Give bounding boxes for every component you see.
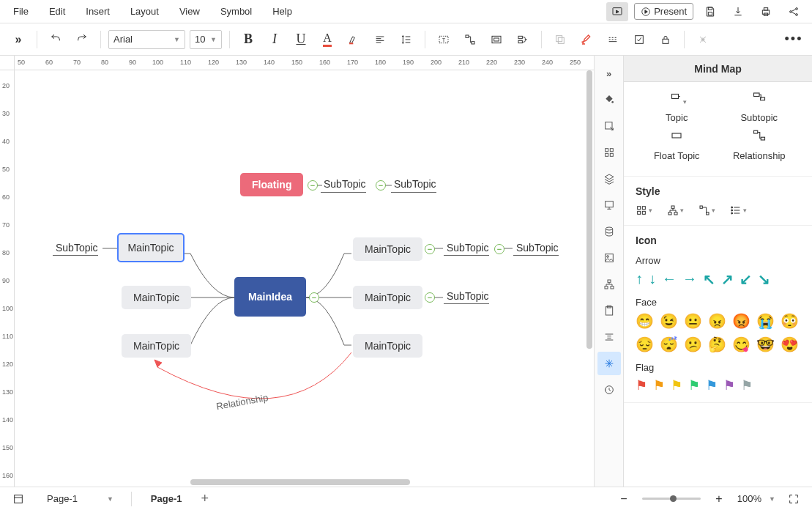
right-mid-subtopic[interactable]: SubTopic: [447, 290, 489, 302]
zoom-in-button[interactable]: +: [708, 488, 730, 510]
flag-blue-icon[interactable]: ⚑: [706, 377, 718, 393]
face-icon-0[interactable]: 😁: [636, 312, 654, 330]
flag-orange-icon[interactable]: ⚑: [653, 377, 665, 393]
lock-button[interactable]: [655, 29, 677, 51]
download-icon[interactable]: [727, 2, 749, 21]
flag-purple-icon[interactable]: ⚑: [723, 377, 735, 393]
face-icon-11[interactable]: 😋: [732, 336, 750, 353]
arrow-downright-icon[interactable]: ↘: [758, 270, 770, 288]
boundary-button[interactable]: [485, 29, 507, 51]
floating-node[interactable]: Floating: [240, 173, 303, 196]
page-tab[interactable]: Page-1: [144, 490, 190, 507]
main-idea-node[interactable]: MainIdea: [234, 277, 306, 317]
menu-help[interactable]: Help: [272, 6, 292, 17]
expand-floating[interactable]: −: [308, 180, 318, 191]
menu-edit[interactable]: Edit: [49, 6, 65, 17]
add-subtopic-button[interactable]: Subtopic: [723, 91, 796, 123]
main-topic-left-mid[interactable]: MainTopic: [122, 286, 191, 309]
face-icon-4[interactable]: 😡: [732, 312, 750, 330]
face-icon-12[interactable]: 🤓: [756, 336, 775, 353]
face-icon-1[interactable]: 😉: [660, 312, 678, 330]
line-spacing-button[interactable]: [395, 29, 417, 51]
face-icon-3[interactable]: 😠: [708, 312, 726, 330]
mindmap-tool-icon[interactable]: [597, 352, 621, 375]
face-icon-8[interactable]: 😴: [660, 336, 678, 353]
float-subtopic-2[interactable]: SubTopic: [394, 178, 436, 190]
face-icon-5[interactable]: 😭: [756, 312, 775, 330]
expand-toolbar-icon[interactable]: »: [7, 29, 29, 51]
flag-yellow-icon[interactable]: ⚑: [671, 377, 682, 393]
main-topic-right-bot[interactable]: MainTopic: [353, 334, 422, 358]
org-tool-icon[interactable]: [597, 273, 621, 296]
arrow-upleft-icon[interactable]: ↖: [703, 270, 715, 288]
style-tree-button[interactable]: ▾: [667, 204, 684, 216]
face-icon-13[interactable]: 😍: [781, 336, 799, 353]
bold-button[interactable]: B: [237, 29, 259, 51]
save-icon[interactable]: [699, 2, 721, 21]
main-topic-left-top[interactable]: MainTopic: [117, 233, 185, 262]
right-top-subtopic-1[interactable]: SubTopic: [447, 242, 489, 254]
relationship-button[interactable]: [459, 29, 481, 51]
undo-icon[interactable]: [45, 29, 67, 51]
presentation-tool-icon[interactable]: [597, 193, 621, 217]
canvas[interactable]: Relationship MainIdea − Floating − SubTo…: [15, 70, 594, 487]
grid-tool-icon[interactable]: [597, 141, 621, 164]
page-selector[interactable]: Page-1▼: [41, 492, 119, 506]
fullscreen-button[interactable]: [783, 488, 805, 510]
arrow-downleft-icon[interactable]: ↙: [740, 270, 752, 288]
vertical-scrollbar-track[interactable]: [585, 70, 594, 487]
expand-right-top[interactable]: −: [425, 244, 435, 254]
align-tool-icon[interactable]: [597, 325, 621, 349]
style-grid-button[interactable]: ▾: [636, 204, 652, 216]
collapse-panel-icon[interactable]: »: [597, 62, 621, 85]
font-family-select[interactable]: Arial▼: [108, 30, 185, 49]
slideshow-icon[interactable]: [606, 2, 628, 21]
zoom-slider[interactable]: [642, 498, 701, 500]
share-icon[interactable]: [783, 2, 805, 21]
fill-color-button[interactable]: [549, 29, 571, 51]
layers-tool-icon[interactable]: [597, 167, 621, 191]
expand-right-top-sub[interactable]: −: [494, 244, 504, 254]
add-topic-button[interactable]: ▾ Topic: [640, 91, 713, 123]
face-icon-6[interactable]: 😳: [781, 312, 799, 330]
arrow-down-icon[interactable]: ↓: [649, 270, 656, 288]
add-relationship-button[interactable]: Relationship: [723, 129, 796, 161]
shape-tool-icon[interactable]: [597, 114, 621, 138]
menu-symbol[interactable]: Symbol: [220, 6, 252, 17]
face-icon-9[interactable]: 😕: [684, 336, 702, 353]
menu-insert[interactable]: Insert: [86, 6, 110, 17]
font-color-button[interactable]: A: [316, 29, 338, 51]
style-connector-button[interactable]: ▾: [699, 204, 715, 216]
checkbox-button[interactable]: [628, 29, 650, 51]
arrow-upright-icon[interactable]: ↗: [721, 270, 734, 288]
expand-right-mid[interactable]: −: [425, 292, 435, 303]
summary-button[interactable]: [512, 29, 534, 51]
present-button[interactable]: Present: [634, 3, 693, 20]
arrow-left-icon[interactable]: ←: [662, 270, 677, 288]
flag-red-icon[interactable]: ⚑: [636, 377, 647, 393]
expand-main-right[interactable]: −: [309, 292, 319, 303]
marker-button[interactable]: [576, 29, 597, 51]
style-list-button[interactable]: ▾: [730, 204, 747, 216]
main-topic-right-top[interactable]: MainTopic: [353, 237, 422, 261]
page-outline-icon[interactable]: [7, 488, 29, 510]
redo-icon[interactable]: [71, 29, 93, 51]
image-tool-icon[interactable]: [597, 246, 621, 270]
add-page-button[interactable]: +: [201, 491, 209, 506]
italic-button[interactable]: I: [264, 29, 286, 51]
horizontal-scrollbar[interactable]: [190, 479, 410, 485]
history-tool-icon[interactable]: [597, 378, 621, 402]
data-tool-icon[interactable]: [597, 220, 621, 243]
menu-view[interactable]: View: [179, 6, 200, 17]
main-topic-right-mid[interactable]: MainTopic: [353, 286, 422, 309]
zoom-out-button[interactable]: −: [613, 488, 635, 510]
face-icon-7[interactable]: 😔: [636, 336, 654, 353]
text-box-button[interactable]: T: [433, 29, 455, 51]
print-icon[interactable]: [755, 2, 777, 21]
font-size-select[interactable]: 10▼: [190, 30, 222, 49]
flag-gray-icon[interactable]: ⚑: [741, 377, 753, 393]
face-icon-2[interactable]: 😐: [684, 312, 702, 330]
expand-float-sub[interactable]: −: [376, 180, 386, 191]
menu-file[interactable]: File: [13, 6, 29, 17]
vertical-scrollbar[interactable]: [586, 70, 592, 349]
